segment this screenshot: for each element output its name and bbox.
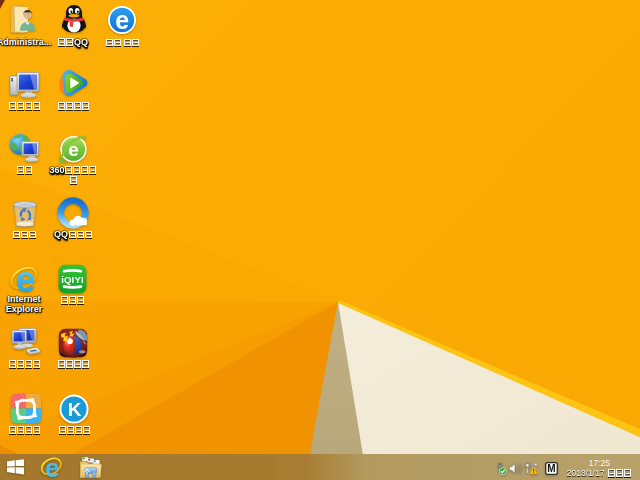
svg-text:e: e (15, 262, 35, 294)
svg-text:iQIYI: iQIYI (61, 274, 84, 285)
svg-text:K: K (68, 399, 82, 420)
svg-text:e: e (45, 455, 59, 479)
svg-text:e: e (115, 6, 129, 34)
